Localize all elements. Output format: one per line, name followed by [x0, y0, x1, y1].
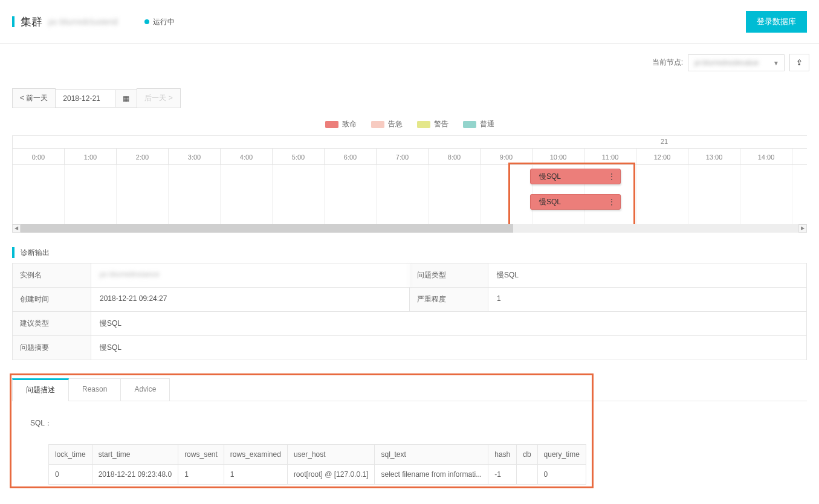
- table-cell: [517, 465, 537, 485]
- timeline-columns: [13, 165, 807, 224]
- timeline-hour: 7:00: [377, 149, 429, 164]
- timeline-hour: 11:00: [584, 149, 636, 164]
- table-header: user_host: [287, 445, 375, 465]
- table-header: hash: [488, 445, 517, 465]
- table-header: db: [517, 445, 537, 465]
- timeline-col: [636, 165, 688, 224]
- info-table: 实例名pc-blurredinstance问题类型慢SQL创建时间2018-12…: [12, 263, 807, 360]
- next-day-button[interactable]: 后一天 >: [137, 88, 180, 108]
- content: 当前节点: pi-blurrednodevalue ▼ ⇪ < 前一天 ▦ 后一…: [0, 44, 819, 497]
- timeline: 21 0:001:002:003:004:005:006:007:008:009…: [12, 135, 807, 224]
- timeline-hour: 2:00: [117, 149, 169, 164]
- timeline-col: [221, 165, 273, 224]
- timeline-hour: 14:00: [740, 149, 792, 164]
- timeline-date-label: 21: [661, 138, 668, 145]
- event-label: 慢SQL: [539, 197, 561, 207]
- accent-bar: [12, 247, 15, 258]
- swatch-icon: [417, 121, 430, 128]
- info-key: 问题类型: [410, 263, 488, 287]
- diag-title-block: 诊断输出: [12, 247, 807, 258]
- sql-table: lock_timestart_timerows_sentrows_examine…: [48, 444, 586, 485]
- scroll-right-icon[interactable]: ▶: [798, 224, 807, 233]
- table-header: sql_text: [375, 445, 488, 465]
- timeline-col: [117, 165, 169, 224]
- tab-reason[interactable]: Reason: [68, 378, 121, 401]
- legend-item: 警告: [417, 119, 448, 129]
- login-db-button[interactable]: 登录数据库: [746, 11, 807, 33]
- legend-label: 普通: [480, 119, 494, 129]
- timeline-col: [481, 165, 533, 224]
- timeline-hour: 9:00: [481, 149, 533, 164]
- tab-area: 问题描述ReasonAdvice SQL： lock_timestart_tim…: [12, 378, 807, 491]
- swatch-icon: [371, 121, 384, 128]
- diag-title: 诊断输出: [21, 248, 50, 258]
- upload-button[interactable]: ⇪: [789, 54, 809, 71]
- info-row: 建议类型慢SQL: [13, 312, 806, 336]
- table-header: lock_time: [49, 445, 92, 465]
- node-row: 当前节点: pi-blurrednodevalue ▼ ⇪: [0, 44, 819, 88]
- status-dot-icon: [144, 19, 149, 24]
- scroll-thumb[interactable]: [21, 224, 513, 233]
- date-input[interactable]: [55, 89, 115, 108]
- timeline-hour: 12:00: [636, 149, 688, 164]
- chevron-left-icon: <: [20, 94, 26, 102]
- more-icon[interactable]: ⋮: [608, 172, 614, 181]
- timeline-scrollbar[interactable]: ◀ ▶: [12, 224, 807, 233]
- calendar-button[interactable]: ▦: [115, 89, 137, 108]
- table-cell: 0: [49, 465, 92, 485]
- timeline-col: [273, 165, 325, 224]
- table-cell: -1: [488, 465, 517, 485]
- date-nav: < 前一天 ▦ 后一天 >: [12, 88, 807, 108]
- timeline-col: [13, 165, 65, 224]
- table-cell: 2018-12-21 09:23:48.0: [92, 465, 178, 485]
- timeline-col: [740, 165, 792, 224]
- chevron-down-icon: ▼: [773, 59, 779, 66]
- scroll-left-icon[interactable]: ◀: [12, 224, 21, 233]
- timeline-hour: 0:00: [13, 149, 65, 164]
- table-header: rows_examined: [224, 445, 287, 465]
- status-text: 运行中: [153, 17, 175, 27]
- legend-label: 致命: [342, 119, 357, 129]
- legend: 致命告急警告普通: [0, 119, 819, 129]
- timeline-col: [429, 165, 481, 224]
- table-header: query_time: [537, 445, 586, 465]
- table-cell: 1: [224, 465, 287, 485]
- swatch-icon: [325, 121, 338, 128]
- page-title: 集群: [21, 15, 42, 29]
- sql-label: SQL：: [30, 418, 789, 428]
- timeline-event[interactable]: 慢SQL⋮: [530, 194, 621, 210]
- timeline-event[interactable]: 慢SQL⋮: [530, 169, 621, 184]
- info-val: 慢SQL: [488, 263, 806, 287]
- timeline-col: [377, 165, 429, 224]
- tab-问题描述[interactable]: 问题描述: [12, 378, 69, 401]
- tabs: 问题描述ReasonAdvice: [12, 378, 807, 401]
- table-cell: select filename from informati...: [375, 465, 488, 485]
- next-day-label: 后一天: [144, 94, 166, 102]
- prev-day-button[interactable]: < 前一天: [12, 88, 56, 108]
- chevron-right-icon: >: [166, 94, 172, 102]
- table-header-row: lock_timestart_timerows_sentrows_examine…: [49, 445, 586, 465]
- tab-body: SQL： lock_timestart_timerows_sentrows_ex…: [12, 401, 807, 491]
- table-header: rows_sent: [178, 445, 224, 465]
- page-header: 集群 pc-blurredclusterid 运行中 登录数据库: [0, 0, 819, 44]
- table-cell: root[root] @ [127.0.0.1]: [287, 465, 375, 485]
- timeline-hour: 1:00: [65, 149, 117, 164]
- info-val: 2018-12-21 09:24:27: [91, 288, 410, 311]
- prev-day-label: 前一天: [26, 94, 48, 102]
- node-select[interactable]: pi-blurrednodevalue ▼: [688, 54, 785, 71]
- cluster-id: pc-blurredclusterid: [48, 17, 118, 27]
- tab-advice[interactable]: Advice: [120, 378, 170, 401]
- timeline-col: [688, 165, 740, 224]
- timeline-hour: 8:00: [429, 149, 481, 164]
- timeline-date-row: 21: [13, 136, 807, 148]
- accent-bar: [12, 16, 15, 27]
- upload-icon: ⇪: [796, 58, 803, 67]
- swatch-icon: [463, 121, 476, 128]
- info-key: 实例名: [13, 263, 91, 287]
- timeline-hour: 5:00: [273, 149, 325, 164]
- timeline-hour: 13:00: [688, 149, 740, 164]
- title-block: 集群 pc-blurredclusterid: [12, 15, 118, 29]
- info-key: 建议类型: [13, 312, 91, 335]
- info-key: 问题摘要: [13, 336, 91, 360]
- more-icon[interactable]: ⋮: [608, 198, 614, 206]
